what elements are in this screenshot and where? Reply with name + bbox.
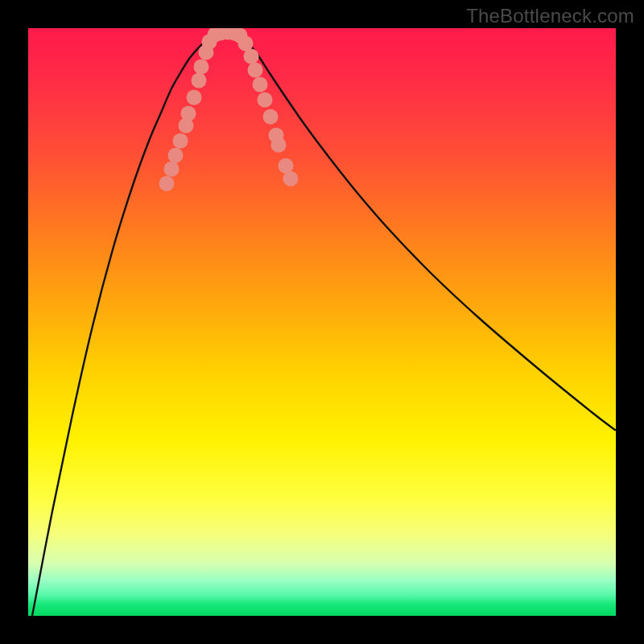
data-dot <box>248 63 263 78</box>
dot-group <box>159 28 299 192</box>
data-dot <box>271 138 287 153</box>
data-dot <box>173 134 188 149</box>
data-dot <box>283 171 299 187</box>
data-dot <box>164 162 180 177</box>
data-dot <box>253 77 268 93</box>
curve-right-curve <box>239 34 615 430</box>
data-dot <box>194 60 209 75</box>
data-dot <box>263 109 279 125</box>
data-dot <box>168 148 184 163</box>
data-dot <box>181 106 196 122</box>
data-dot <box>159 176 175 192</box>
chart-frame: TheBottleneck.com <box>0 0 644 644</box>
data-dot <box>244 49 259 64</box>
attribution-label: TheBottleneck.com <box>466 5 634 27</box>
data-dot <box>187 90 202 105</box>
overlay-svg <box>28 28 616 616</box>
data-dot <box>258 93 273 108</box>
plot-area <box>28 28 616 616</box>
data-dot <box>192 73 207 89</box>
curve-group <box>32 30 615 616</box>
